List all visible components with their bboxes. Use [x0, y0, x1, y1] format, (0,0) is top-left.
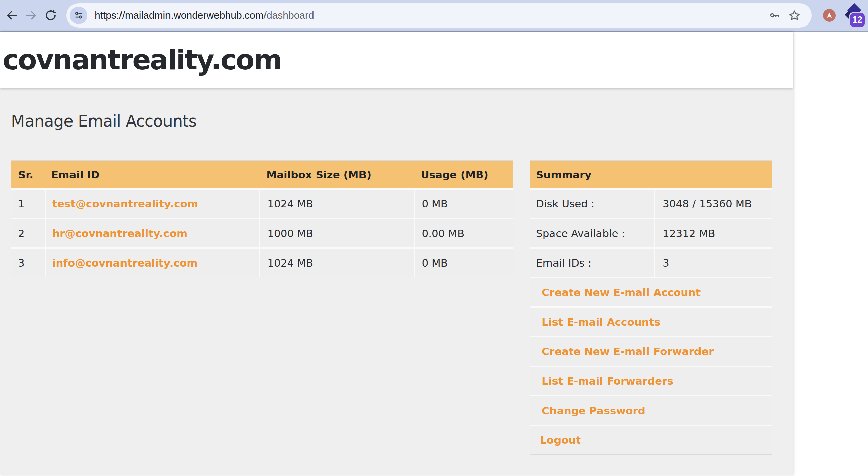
cell-usage: 0 MB	[414, 188, 513, 218]
email-account-link[interactable]: info@covnantreality.com	[52, 257, 198, 269]
cell-mailbox-size: 1024 MB	[259, 247, 414, 277]
table-row: 3 info@covnantreality.com 1024 MB 0 MB	[11, 247, 513, 277]
table-row: 2 hr@covnantreality.com 1000 MB 0.00 MB	[11, 218, 513, 247]
url-path: /dashboard	[264, 10, 314, 21]
site-settings-tune-icon	[73, 10, 84, 21]
address-bar[interactable]: https://mailadmin.wonderwebhub.com/dashb…	[66, 3, 812, 28]
site-header: covnantreality.com	[0, 32, 793, 88]
summary-stat-row: Disk Used : 3048 / 15360 MB	[530, 188, 772, 218]
navigation-arrow-icon	[825, 11, 833, 20]
cell-usage: 0.00 MB	[414, 218, 513, 247]
stat-label-disk-used: Disk Used :	[530, 188, 654, 218]
reload-icon	[44, 9, 57, 22]
change-password-link[interactable]: Change Password	[542, 405, 646, 417]
stat-value-disk-used: 3048 / 15360 MB	[654, 188, 772, 218]
email-table-header-row: Sr. Email ID Mailbox Size (MB) Usage (MB…	[11, 161, 513, 188]
profile-avatar[interactable]	[823, 9, 836, 22]
extension-count-badge: 12	[850, 13, 865, 27]
summary-link-row: List E-mail Accounts	[530, 307, 772, 336]
back-arrow-icon	[5, 9, 18, 22]
back-button[interactable]	[2, 6, 22, 25]
forward-button[interactable]	[22, 6, 41, 25]
create-new-email-account-link[interactable]: Create New E-mail Account	[542, 286, 701, 298]
summary-link-row: Create New E-mail Forwarder	[530, 336, 772, 366]
forward-arrow-icon	[25, 9, 38, 22]
summary-title: Summary	[530, 161, 772, 188]
stat-value-space-available: 12312 MB	[654, 218, 772, 247]
summary-link-row: Create New E-mail Account	[530, 277, 772, 307]
summary-header-row: Summary	[530, 161, 772, 188]
tables-row: Sr. Email ID Mailbox Size (MB) Usage (MB…	[11, 160, 793, 454]
col-header-mailbox-size: Mailbox Size (MB)	[259, 161, 414, 188]
cell-mailbox-size: 1024 MB	[259, 188, 414, 218]
page-title: Manage Email Accounts	[11, 88, 793, 130]
cell-sr: 1	[11, 188, 44, 218]
bookmark-button[interactable]	[785, 6, 804, 25]
url-domain: https://mailadmin.wonderwebhub.com	[95, 10, 264, 21]
key-icon	[769, 9, 781, 22]
cell-sr: 3	[11, 247, 44, 277]
summary-stat-row: Email IDs : 3	[530, 247, 772, 277]
extension-icon[interactable]: 12	[845, 3, 864, 28]
main-content: Manage Email Accounts Sr. Email ID Mailb…	[0, 88, 793, 454]
stat-label-email-ids: Email IDs :	[530, 247, 654, 277]
table-row: 1 test@covnantreality.com 1024 MB 0 MB	[11, 188, 513, 218]
list-email-accounts-link[interactable]: List E-mail Accounts	[542, 316, 660, 328]
summary-stat-row: Space Available : 12312 MB	[530, 218, 772, 247]
site-title: covnantreality.com	[0, 44, 281, 76]
url-text: https://mailadmin.wonderwebhub.com/dashb…	[95, 10, 314, 21]
stat-value-email-ids: 3	[654, 247, 772, 277]
col-header-email-id: Email ID	[44, 161, 259, 188]
bookmark-star-icon	[788, 9, 801, 22]
list-email-forwarders-link[interactable]: List E-mail Forwarders	[542, 375, 673, 387]
col-header-usage: Usage (MB)	[414, 161, 513, 188]
summary-link-row: List E-mail Forwarders	[530, 366, 772, 395]
summary-link-row: Logout	[530, 425, 772, 454]
email-account-link[interactable]: hr@covnantreality.com	[52, 227, 188, 239]
logout-link[interactable]: Logout	[540, 434, 581, 446]
cell-mailbox-size: 1000 MB	[259, 218, 414, 247]
stat-label-space-available: Space Available :	[530, 218, 654, 247]
email-accounts-table: Sr. Email ID Mailbox Size (MB) Usage (MB…	[11, 160, 513, 277]
password-manager-button[interactable]	[765, 6, 785, 25]
cell-usage: 0 MB	[414, 247, 513, 277]
col-header-sr: Sr.	[11, 161, 44, 188]
cell-sr: 2	[11, 218, 44, 247]
email-account-link[interactable]: test@covnantreality.com	[52, 198, 198, 210]
site-settings-button[interactable]	[70, 7, 87, 24]
create-new-email-forwarder-link[interactable]: Create New E-mail Forwarder	[542, 345, 714, 357]
page-container: covnantreality.com Manage Email Accounts…	[0, 32, 793, 475]
reload-button[interactable]	[41, 6, 60, 25]
browser-toolbar: https://mailadmin.wonderwebhub.com/dashb…	[0, 0, 868, 32]
summary-panel: Summary Disk Used : 3048 / 15360 MB Spac…	[530, 160, 772, 454]
summary-link-row: Change Password	[530, 395, 772, 425]
